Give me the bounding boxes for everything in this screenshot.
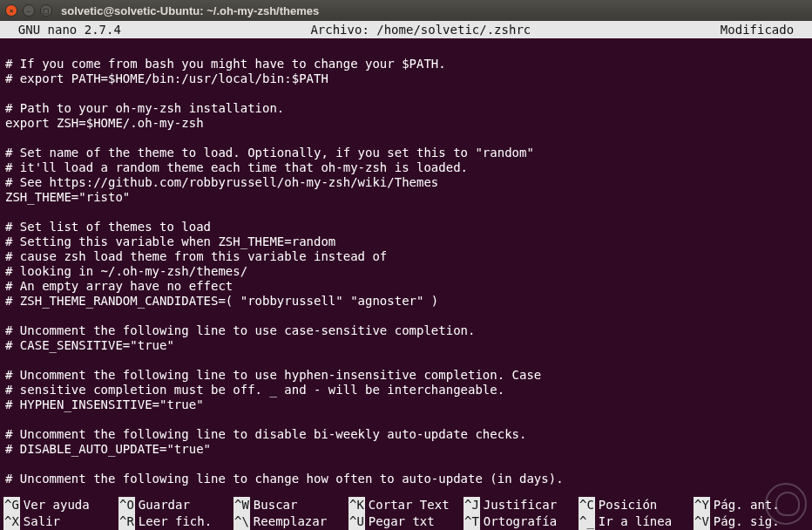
shortcut-key: ^O — [118, 497, 135, 513]
shortcut-item[interactable]: ^X Salir — [3, 513, 118, 530]
nano-version: GNU nano 2.7.4 — [0, 21, 121, 38]
shortcut-item[interactable]: ^U Pegar txt — [348, 513, 464, 530]
nano-modified: Modificado — [721, 21, 812, 38]
close-icon[interactable]: × — [5, 4, 17, 17]
shortcut-item[interactable]: ^T Ortografía — [464, 513, 579, 530]
shortcut-key: ^V — [694, 513, 710, 530]
shortcut-key: ^K — [348, 497, 365, 513]
shortcut-item[interactable]: ^O Guardar — [118, 497, 233, 513]
shortcut-item[interactable]: ^C Posición — [579, 497, 694, 513]
shortcut-label: Leer fich. — [139, 513, 212, 530]
nano-shortcuts: ^G Ver ayuda^O Guardar^W Buscar^K Cortar… — [0, 497, 812, 530]
shortcut-label: Ortografía — [484, 513, 557, 530]
shortcut-label: Ir a línea — [599, 513, 672, 530]
window-buttons: × – ▢ — [5, 4, 52, 17]
shortcut-row-1: ^G Ver ayuda^O Guardar^W Buscar^K Cortar… — [3, 497, 809, 513]
shortcut-label: Posición — [599, 497, 657, 513]
shortcut-key: ^\ — [233, 513, 250, 530]
shortcut-label: Ver ayuda — [24, 497, 90, 513]
shortcut-label: Justificar — [484, 497, 557, 513]
shortcut-label: Cortar Text — [369, 497, 450, 513]
shortcut-key: ^W — [233, 497, 250, 513]
shortcut-row-2: ^X Salir^R Leer fich.^\ Reemplazar^U Peg… — [3, 513, 809, 530]
window-titlebar: × – ▢ solvetic@solvetic-Ubuntu: ~/.oh-my… — [0, 0, 812, 21]
shortcut-key: ^G — [3, 497, 20, 513]
nano-statusbar: GNU nano 2.7.4 Archivo: /home/solvetic/.… — [0, 21, 812, 38]
shortcut-item[interactable]: ^\ Reemplazar — [233, 513, 348, 530]
shortcut-key: ^Y — [694, 497, 710, 513]
shortcut-key: ^C — [579, 497, 595, 513]
minimize-icon[interactable]: – — [23, 4, 35, 17]
shortcut-label: Guardar — [139, 497, 190, 513]
maximize-icon[interactable]: ▢ — [40, 4, 52, 17]
shortcut-label: Salir — [24, 513, 60, 530]
shortcut-label: Reemplazar — [254, 513, 327, 530]
shortcut-item[interactable]: ^W Buscar — [233, 497, 348, 513]
shortcut-key: ^J — [464, 497, 480, 513]
shortcut-item[interactable]: ^R Leer fich. — [118, 513, 233, 530]
shortcut-key: ^T — [464, 513, 480, 530]
window-title: solvetic@solvetic-Ubuntu: ~/.oh-my-zsh/t… — [61, 4, 319, 17]
shortcut-key: ^_ — [579, 513, 595, 530]
shortcut-item[interactable]: ^J Justificar — [464, 497, 579, 513]
shortcut-key: ^X — [3, 513, 20, 530]
shortcut-item[interactable]: ^K Cortar Text — [348, 497, 464, 513]
shortcut-item[interactable]: ^_ Ir a línea — [579, 513, 694, 530]
shortcut-label: Buscar — [254, 497, 298, 513]
shortcut-key: ^U — [348, 513, 365, 530]
watermark-icon — [765, 483, 807, 525]
shortcut-item[interactable]: ^G Ver ayuda — [3, 497, 118, 513]
shortcut-label: Pegar txt — [369, 513, 435, 530]
nano-filename: Archivo: /home/solvetic/.zshrc — [121, 21, 721, 38]
editor-area[interactable]: # If you come from bash you might have t… — [0, 38, 812, 493]
shortcut-key: ^R — [118, 513, 135, 530]
